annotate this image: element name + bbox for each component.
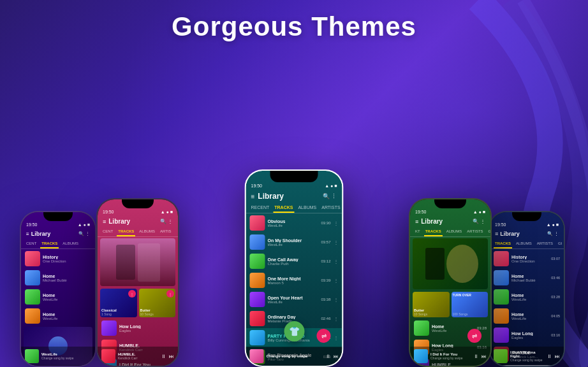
app-header-center: ≡ Library 🔍 ⋮	[246, 189, 342, 203]
next-icon-r1[interactable]: ⏭	[481, 354, 487, 359]
track-menu[interactable]: ⋮	[334, 316, 339, 322]
track-thumb	[250, 215, 265, 231]
track-menu[interactable]: ⋮	[334, 278, 339, 284]
phone-left2: 19:50 ▲ ● ■ ≡ Library 🔍 ⋮ CENT TRACKS AL…	[20, 211, 96, 367]
track-item-omn[interactable]: One More Night Maroon 5 03:39 ⋮	[246, 271, 342, 290]
album-row-left1: Classical 1 Song ⋮ Butter 10 Songs ⋮	[98, 287, 178, 319]
track-name: Obvious	[268, 219, 319, 224]
track-name: Home	[43, 274, 91, 278]
track-info: Home WestLife	[432, 324, 474, 333]
status-bar-right1: 19:50 ▲ ● ■	[410, 208, 490, 215]
track-item[interactable]: Home WestLife 04:05	[490, 306, 564, 326]
tab-artists-right1[interactable]: ARTISTS	[466, 227, 484, 236]
track-item[interactable]: Home WestLife	[21, 287, 95, 306]
tab-tracks-center[interactable]: TRACKS	[273, 203, 294, 213]
tab-artists-right2[interactable]: ARTISTS	[536, 240, 554, 248]
track-item[interactable]: How Long Eagles 03:16	[490, 326, 564, 345]
pause-icon[interactable]: ⏸	[161, 354, 166, 359]
track-thumb	[25, 289, 40, 305]
shuffle-button-center[interactable]: ⇌	[317, 329, 331, 343]
track-name: Home	[43, 293, 91, 298]
track-thumb	[250, 311, 265, 326]
track-thumb	[494, 308, 509, 324]
track-item[interactable]: Home WestLife	[21, 306, 95, 326]
track-name: How Long	[511, 331, 548, 336]
fab-button-center[interactable]: 👕	[284, 321, 304, 342]
header-title-center: Library	[258, 192, 323, 201]
track-name: One More Night	[268, 277, 319, 281]
tab-artists-center[interactable]: ARTISTS	[320, 203, 341, 213]
player-info: HUMBLE. Kendrick Carr	[118, 352, 158, 360]
track-item[interactable]: Home Michael Bublé	[21, 268, 95, 287]
tab-genre-right1[interactable]: GEN	[487, 227, 490, 236]
track-item[interactable]: History One Direction	[21, 249, 95, 268]
player-info: WestLife Change song by swipe	[41, 352, 91, 360]
track-artist: WestLife	[268, 224, 319, 227]
next-icon-r2[interactable]: ⏭	[555, 354, 560, 359]
track-artist: WestLife	[268, 243, 319, 247]
track-artist: Eagles	[511, 336, 548, 340]
phone-left1: 19:50 ▲ ● ■ ≡ Library 🔍 ⋮ CENT TRACKS AL…	[96, 198, 179, 367]
phone-right1: 19:50 ▲ ● ■ ≡ Library 🔍 ⋮ KT TRACKS ALBU…	[409, 198, 492, 367]
tabs-right2: TRACKS ALBUMS ARTISTS GI	[490, 240, 564, 249]
header-icons-left2: 🔍 ⋮	[78, 231, 90, 236]
menu-icon-left1: ≡	[103, 219, 106, 225]
hero-image-right1	[413, 238, 488, 289]
track-menu[interactable]: ⋮	[334, 297, 339, 303]
tab-albums-center[interactable]: ALBUMS	[297, 203, 318, 213]
tab-recent-center[interactable]: RECENT	[250, 203, 271, 213]
tabs-left2: CENT TRACKS ALBUMS	[21, 240, 95, 249]
track-thumb	[250, 254, 265, 269]
tab-cent[interactable]: CENT	[25, 240, 38, 248]
track-info: Home WestLife	[43, 312, 91, 320]
track-info: How Long Eagles	[119, 324, 174, 333]
next-icon-center[interactable]: ⏭	[334, 354, 339, 359]
track-item-oyh[interactable]: Open Your Heart WestLife 03:38 ⋮	[246, 290, 342, 309]
track-menu[interactable]: ⋮	[334, 220, 339, 226]
track-item-oms[interactable]: On My Shoulder WestLife 03:57 ⋮	[246, 233, 342, 252]
tab-artists-left1[interactable]: ARTIS	[159, 227, 173, 236]
status-bar-left2: 19:50 ▲ ● ■	[21, 221, 95, 228]
track-item[interactable]: Home WestLife 03:28	[490, 287, 564, 306]
tab-tracks-right1[interactable]: TRACKS	[424, 227, 443, 236]
track-artist: WestLife	[43, 317, 91, 320]
pause-icon-center[interactable]: ⏸	[325, 354, 330, 359]
track-item-obvious[interactable]: Obvious WestLife 03:30 ⋮	[246, 213, 342, 233]
track-menu[interactable]: ⋮	[334, 240, 339, 245]
tab-tracks-left2[interactable]: TRACKS	[40, 240, 59, 248]
track-menu[interactable]: ⋮	[334, 259, 339, 264]
track-item-oca[interactable]: One Call Away Charlie Puth 03:12 ⋮	[246, 252, 342, 271]
pause-icon-r1[interactable]: ⏸	[473, 354, 478, 359]
player-bar-right2: I Don't Wanna Fight Change song by swipe…	[490, 347, 564, 366]
shuffle-button-right1[interactable]: ⇌	[467, 329, 481, 343]
player-info: I Don't Wanna Fight Change song by swipe	[510, 350, 544, 362]
track-list-left2: History One Direction Home Michael Bublé…	[21, 249, 95, 326]
tab-cent-l1[interactable]: CENT	[101, 227, 114, 236]
tab-albums-right1[interactable]: ALBUMS	[445, 227, 464, 236]
tab-tracks-right2[interactable]: TRACKS	[494, 240, 512, 248]
tab-tracks-left1[interactable]: TRACKS	[117, 227, 135, 236]
pause-icon-r2[interactable]: ⏸	[547, 354, 552, 359]
tab-gi[interactable]: GI	[557, 240, 563, 248]
player-thumb	[101, 349, 115, 363]
track-name: Open Your Heart	[268, 296, 319, 300]
track-thumb	[250, 273, 265, 288]
track-item[interactable]: How Long Eagles	[98, 319, 178, 338]
track-item[interactable]: Home Michael Bublé 03:46	[490, 268, 564, 287]
tab-albums-right2[interactable]: ALBUMS	[515, 240, 533, 248]
app-header-left2: ≡ Library 🔍 ⋮	[21, 228, 95, 240]
track-artist: WestLife	[43, 298, 91, 301]
next-icon[interactable]: ⏭	[169, 354, 174, 359]
track-menu[interactable]: ⋮	[334, 335, 339, 341]
tab-albums-left2[interactable]: ALBUMS	[61, 240, 80, 248]
tab-kt[interactable]: KT	[414, 227, 422, 236]
main-title: Gorgeous Themes	[0, 11, 588, 42]
player-info: Change song by swipe	[267, 354, 323, 358]
player-bar-left2: WestLife Change song by swipe	[21, 347, 95, 366]
player-sub: Change song by swipe	[430, 356, 471, 360]
track-item[interactable]: History One Direction 03:07	[490, 249, 564, 268]
track-thumb	[250, 292, 265, 307]
tab-albums-left1[interactable]: ALBUMS	[138, 227, 156, 236]
track-list-center: Obvious WestLife 03:30 ⋮ On My Shoulder …	[246, 213, 342, 366]
track-duration: 04:05	[551, 314, 560, 318]
